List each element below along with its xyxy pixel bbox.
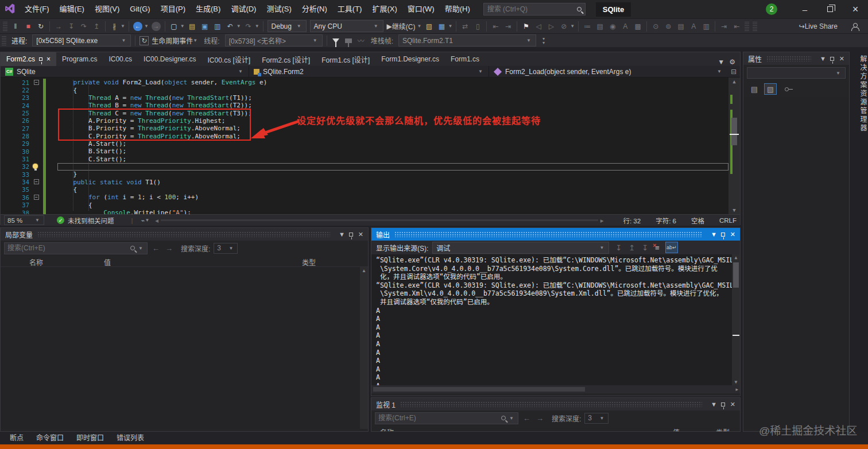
watch-search-box[interactable]: ▼: [375, 412, 518, 424]
dropdown-caret-icon[interactable]: ▼: [144, 24, 149, 29]
eol-indicator[interactable]: CRLF: [719, 217, 737, 224]
word-wrap-toggle[interactable]: ab↵: [665, 242, 678, 253]
scroll-up-icon[interactable]: ▲: [732, 255, 740, 260]
solution-explorer-icon[interactable]: ▦: [436, 20, 447, 33]
tab-form1-designer-cs[interactable]: Form1.Designer.cs: [375, 52, 445, 66]
output-title-bar[interactable]: 输出 ▼ ✕: [371, 228, 740, 241]
output-source-select[interactable]: 调试▼: [432, 242, 609, 254]
bottom-tab-3[interactable]: 错误列表: [111, 432, 149, 444]
find-symbol-icon[interactable]: ◉: [607, 20, 618, 33]
window-position-icon[interactable]: ▼: [711, 401, 717, 408]
uncomment-icon[interactable]: ⊚: [662, 20, 674, 33]
properties-object-select[interactable]: ▼: [747, 67, 846, 79]
toolbar-grip[interactable]: [753, 22, 757, 31]
spaces-indicator[interactable]: 空格: [691, 216, 704, 225]
undo-icon[interactable]: ↶: [224, 20, 236, 33]
tab-form2-cs-[interactable]: Form2.cs [设计]: [256, 52, 316, 66]
prev-bookmark-icon[interactable]: ◁: [533, 20, 544, 33]
bookmark-icon[interactable]: ⚑: [520, 20, 532, 33]
fold-collapse-icon[interactable]: −: [34, 195, 39, 200]
breakpoint-margin[interactable]: [1, 117, 17, 125]
tab-form2-cs[interactable]: Form2.cs×: [1, 52, 56, 66]
pin-icon[interactable]: [721, 402, 725, 407]
split-editor-icon[interactable]: ⊟: [727, 68, 740, 76]
bottom-tab-1[interactable]: 命令窗口: [31, 432, 69, 444]
scroll-left-icon[interactable]: ◂: [155, 216, 158, 225]
scroll-down-icon[interactable]: ▼: [732, 380, 740, 385]
scroll-down-icon[interactable]: ▼: [728, 207, 740, 213]
breakpoint-margin[interactable]: [1, 155, 17, 162]
scrollbar-thumb[interactable]: [733, 262, 739, 288]
output-horizontal-scrollbar[interactable]: ▸: [371, 385, 740, 393]
menu-item-11[interactable]: 窗口(W): [402, 0, 440, 18]
solution-explorer-vertical-tab[interactable]: 解决方案资源管理器: [851, 55, 868, 133]
navigate-backward-icon[interactable]: ←: [133, 22, 142, 31]
scrollbar-thumb[interactable]: [373, 387, 585, 392]
step-over-icon[interactable]: ↷: [78, 20, 90, 33]
code-editor[interactable]: 21− private void Form2_Load(object sende…: [1, 78, 740, 214]
tab-ic00-designer-cs[interactable]: IC00.Designer.cs: [138, 52, 202, 66]
properties-body[interactable]: [743, 97, 849, 430]
health-status-text[interactable]: 未找到相关问题: [68, 216, 114, 225]
toolbar-grip[interactable]: [745, 22, 749, 31]
toolbar-grip[interactable]: [2, 36, 6, 45]
line-indicator[interactable]: 行: 32: [623, 216, 641, 225]
image-icon[interactable]: ▩: [632, 20, 644, 33]
code-cleanup-icon[interactable]: ⌁: [141, 216, 145, 225]
navigate-az-icon[interactable]: A: [619, 20, 631, 33]
search-forward-icon[interactable]: →: [536, 414, 544, 423]
indent2-icon[interactable]: ⇥: [718, 20, 730, 33]
window-position-icon[interactable]: ▼: [339, 231, 345, 238]
new-breakpoint-icon[interactable]: ∦: [108, 20, 120, 33]
type-dropdown[interactable]: SQlite.Form2▼: [249, 66, 489, 77]
breakpoint-margin[interactable]: [1, 94, 17, 102]
document-outline-icon[interactable]: ▤: [594, 20, 606, 33]
task-list-icon[interactable]: ≔: [582, 20, 593, 33]
pause-icon[interactable]: ‖: [10, 20, 21, 33]
scrollbar-thumb[interactable]: [731, 118, 737, 145]
breakpoint-margin[interactable]: [1, 193, 17, 201]
scroll-up-icon[interactable]: ▲: [728, 79, 740, 84]
clear-all-icon[interactable]: ≡: [655, 243, 660, 252]
pin-icon[interactable]: [39, 57, 42, 61]
breakpoint-margin[interactable]: [1, 186, 17, 193]
breakpoint-margin[interactable]: [1, 132, 17, 140]
dropdown-caret-icon[interactable]: ▼: [570, 24, 575, 29]
step-into-icon[interactable]: ↧: [65, 20, 77, 33]
lifecycle-events-button[interactable]: ↻ 生命周期事件▼: [140, 36, 199, 45]
dropdown-caret-icon[interactable]: ▼: [180, 24, 185, 29]
dropdown-caret-icon[interactable]: ▼: [121, 24, 125, 29]
thread-select[interactable]: [0x5738] <无名称>▼: [225, 34, 323, 47]
sync-active-document-icon[interactable]: ⇄: [459, 20, 471, 33]
live-share-button[interactable]: ↪ Live Share: [799, 22, 838, 30]
stack-frame-select[interactable]: SQlite.Form2.T1▼: [398, 34, 536, 47]
alphabetical-icon[interactable]: ▧: [764, 83, 777, 95]
debug-config-select[interactable]: Debug▼: [268, 20, 307, 32]
locals-scrollbar[interactable]: ▲: [360, 267, 368, 429]
scroll-right-icon[interactable]: ▸: [735, 386, 738, 392]
copy-icon[interactable]: ▥: [700, 20, 712, 33]
fold-collapse-icon[interactable]: −: [34, 80, 39, 85]
dropdown-caret-icon[interactable]: ▼: [417, 24, 422, 29]
breakpoint-margin[interactable]: [1, 163, 17, 171]
tab-form1-cs-[interactable]: Form1.cs [设计]: [316, 52, 375, 66]
tab-program-cs[interactable]: Program.cs: [56, 52, 103, 66]
menu-item-1[interactable]: 编辑(E): [55, 0, 90, 18]
watch-title-bar[interactable]: 监视 1 ▼ ✕: [371, 398, 740, 411]
breakpoint-margin[interactable]: [1, 209, 17, 214]
pin-icon[interactable]: [349, 233, 353, 237]
bottom-tab-2[interactable]: 即时窗口: [71, 432, 109, 444]
menu-item-4[interactable]: 项目(P): [156, 0, 191, 18]
breakpoint-margin[interactable]: [1, 171, 17, 178]
redo-icon[interactable]: ↷: [243, 20, 254, 33]
restart-icon[interactable]: ↻: [35, 20, 46, 33]
dropdown-caret-icon[interactable]: ▼: [237, 24, 241, 29]
locals-title-bar[interactable]: 局部变量 ▼ ✕: [1, 228, 368, 241]
breakpoint-margin[interactable]: [1, 140, 17, 148]
preview-icon[interactable]: ▯: [472, 20, 483, 33]
close-icon[interactable]: ✕: [730, 401, 735, 408]
navigate-forward-icon[interactable]: →: [152, 22, 161, 31]
indent-decrease-icon[interactable]: ⇤: [490, 20, 501, 33]
save-all-icon[interactable]: ▥: [212, 20, 223, 33]
clear-bookmarks-icon[interactable]: ⊘: [558, 20, 569, 33]
